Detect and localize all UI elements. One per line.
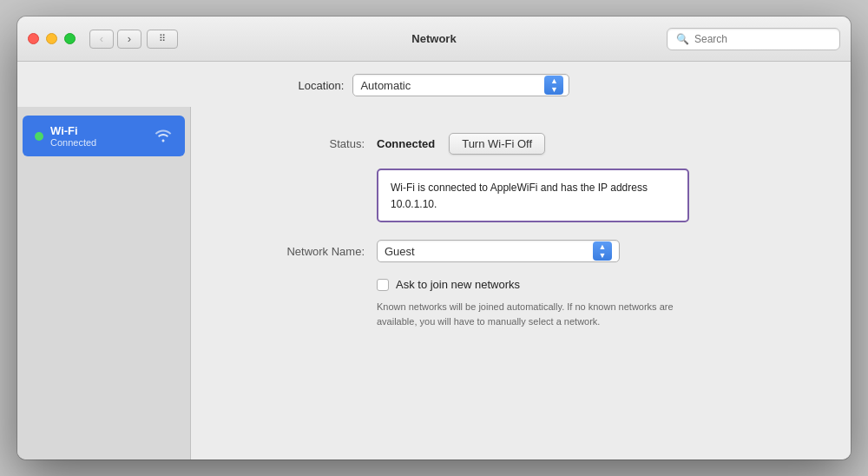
titlebar: ‹ › ⠿ Network 🔍 xyxy=(17,17,851,62)
ask-join-checkbox[interactable] xyxy=(377,279,389,291)
network-name-select[interactable]: Guest ▲▼ xyxy=(377,240,620,262)
sidebar-item-status: Connected xyxy=(50,137,148,148)
forward-button[interactable]: › xyxy=(117,30,141,49)
wifi-signal-icon xyxy=(154,127,173,146)
minimize-button[interactable] xyxy=(46,33,57,44)
traffic-lights xyxy=(28,33,76,44)
network-name-value: Guest xyxy=(385,245,593,258)
location-select-arrows: ▲▼ xyxy=(544,76,563,95)
sidebar-item-wifi[interactable]: Wi-Fi Connected xyxy=(23,116,185,156)
search-bar[interactable]: 🔍 xyxy=(667,28,840,50)
status-value: Connected xyxy=(377,137,435,150)
network-select-arrows: ▲▼ xyxy=(593,241,612,261)
content-area: Wi-Fi Connected Status: Connected xyxy=(17,107,851,459)
location-label: Location: xyxy=(299,79,345,92)
helper-text: Known networks will be joined automatica… xyxy=(377,300,681,328)
wifi-connected-dot xyxy=(35,132,43,141)
location-bar: Location: Automatic ▲▼ xyxy=(17,62,851,107)
main-panel: Status: Connected Turn Wi-Fi Off Wi-Fi i… xyxy=(191,107,851,459)
turn-wifi-button[interactable]: Turn Wi-Fi Off xyxy=(449,133,545,155)
main-window: ‹ › ⠿ Network 🔍 Location: Automatic ▲▼ W… xyxy=(17,17,851,459)
back-button[interactable]: ‹ xyxy=(89,30,114,49)
ask-join-row: Ask to join new networks xyxy=(377,278,816,291)
location-select-value: Automatic xyxy=(360,79,544,92)
search-input[interactable] xyxy=(694,33,831,45)
status-row: Status: Connected Turn Wi-Fi Off xyxy=(243,133,816,155)
sidebar-item-name: Wi-Fi xyxy=(50,124,148,137)
location-select[interactable]: Automatic ▲▼ xyxy=(352,74,569,96)
close-button[interactable] xyxy=(28,33,39,44)
sidebar-item-text: Wi-Fi Connected xyxy=(50,124,148,148)
status-label: Status: xyxy=(243,137,365,150)
wifi-info-box: Wi-Fi is connected to AppleWiFi and has … xyxy=(377,169,689,222)
nav-buttons: ‹ › xyxy=(89,30,141,49)
grid-button[interactable]: ⠿ xyxy=(147,30,178,49)
ask-join-label: Ask to join new networks xyxy=(396,278,520,291)
search-icon: 🔍 xyxy=(676,33,689,45)
network-name-label: Network Name: xyxy=(243,245,365,258)
network-name-row: Network Name: Guest ▲▼ xyxy=(243,240,816,262)
sidebar: Wi-Fi Connected xyxy=(17,107,191,459)
maximize-button[interactable] xyxy=(64,33,76,44)
wifi-info-text: Wi-Fi is connected to AppleWiFi and has … xyxy=(391,182,648,210)
window-title: Network xyxy=(411,32,456,45)
